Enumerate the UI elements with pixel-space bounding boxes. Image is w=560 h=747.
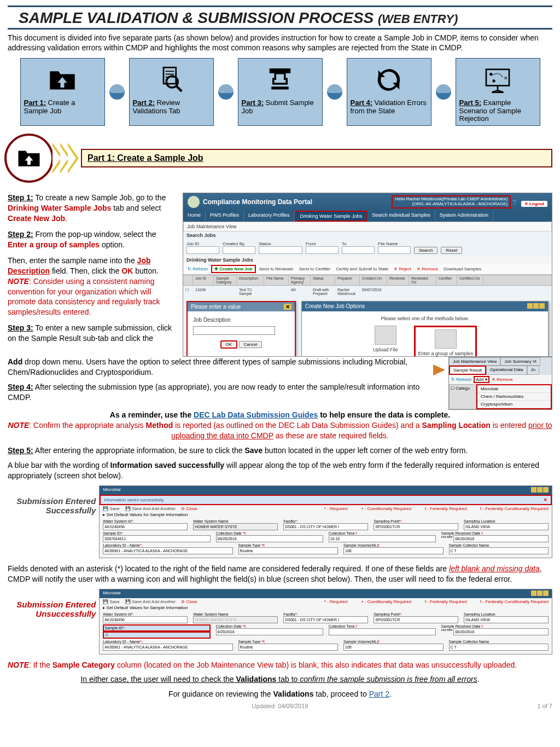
svg-point-15 [492,79,495,82]
cmdp-title: Compliance Monitoring Data Portal [203,198,312,206]
success-label: Submission Entered Successfully [8,485,99,558]
svg-rect-7 [271,87,289,90]
mini-remove[interactable]: ✕ Remove [492,377,513,382]
reminder-para: As a reminder, use the DEC Lab Data Subm… [8,410,552,441]
job-description-label: Job Description [193,317,289,323]
final-note: NOTE: If the Sample Category column (loc… [8,660,552,670]
certify-submit[interactable]: Certify and Submit to State [334,266,390,272]
folder-upload-icon [13,145,45,171]
form-unsuccess-screenshot: Microbial 💾 Save 💾 Save And Add Another … [99,589,552,655]
part2-link[interactable]: Part 2 [369,690,389,698]
enter-group-samples-option[interactable]: Enter a group of samples [414,326,477,357]
save-add-another-button[interactable]: 💾 Save And Add Another [125,506,176,511]
from-input[interactable] [306,246,339,254]
close-icon[interactable]: ✕ [284,304,291,310]
send-certifier[interactable]: Send to Certifier [297,266,333,272]
mini-refresh[interactable]: ↻ Refresh [451,377,471,382]
remove-button[interactable]: ✕ Remove [415,266,440,272]
part-card-3: Part 3: Submit Sample Job [238,58,323,126]
close-button[interactable]: ⊘ Close [181,506,197,511]
subtab-sample-result[interactable]: Sample Result [449,366,486,375]
step-1-para: Step 1: To create a new Sample Job, go t… [8,193,177,224]
created-by-input[interactable] [223,246,255,254]
parts-row: Part 1: Create a Sample Job Part 2: Revi… [8,58,552,126]
cancel-button[interactable]: Cancel [239,341,262,348]
status-input[interactable] [259,246,302,254]
refresh-button[interactable]: ↻ Refresh [185,266,210,272]
arrow-right-icon [433,364,445,375]
job-maintenance-tab: Job Maintenance View [183,222,552,231]
refresh-cycle-icon [374,65,404,95]
section-1-header: Part 1: Create a Sample Job [8,134,552,183]
search-jobs-label: Search Jobs [183,231,552,239]
chevron-arrows [56,143,79,173]
close-info-icon[interactable]: ✕ [544,497,547,502]
defaults-toggle[interactable]: Set Default Values for Sample Informatio… [107,605,188,610]
epa-logo-icon [188,196,200,208]
job-description-dialog: Please enter a value✕ Job Description OK… [186,301,296,357]
jobs-toolbar: ↻ Refresh ✚ Create New Job Send to Revie… [183,264,552,275]
tab-jmv[interactable]: Job Maintenance View [449,357,500,366]
sample-result-screenshot: Job Maintenance ViewJob Summary Vi Sampl… [448,357,552,410]
opt-microbial[interactable]: Microbial [477,385,551,393]
file-name-input[interactable] [378,246,411,254]
send-reviewer[interactable]: Send to Reviewer [257,266,296,272]
save-button[interactable]: 💾 Save [103,599,119,604]
step-dot [436,84,451,100]
upload-file-option[interactable]: Upload File [373,326,398,357]
section-icon-circle [4,134,54,183]
magnify-document-icon [156,65,186,95]
save-button[interactable]: 💾 Save [103,506,119,511]
info-saved-bar: Information saved successfully. [104,497,165,502]
page-title: SAMPLE VALIDATION & SUBMISSION PROCESS (… [8,5,552,30]
ok-button[interactable]: OK [220,340,238,349]
strategy-board-icon: ✕ [482,65,513,95]
opt-crypto[interactable]: Cryptosporidium [477,401,551,408]
reset-button[interactable]: Reset [441,247,462,254]
add-dropdown[interactable]: Add ▾ [474,376,489,383]
tab-jsv[interactable]: Job Summary Vi [500,357,540,366]
subtab-opdata[interactable]: Operational Data [486,366,527,375]
subtab-jo[interactable]: Jo [527,366,539,375]
hello-user: Hello Rachel Westbrook(Private Lab CMDP … [392,195,511,209]
jobs-grid-header: Job IDSample CategoryDescriptionFile Nam… [183,275,552,286]
intro-paragraph: This document is divided into five separ… [8,33,552,53]
step-dot [109,84,125,100]
search-row: Job ID Created By Status From To File Na… [183,239,552,256]
cmdp-screenshot: Compliance Monitoring Data Portal Hello … [183,193,552,357]
to-input[interactable] [342,246,375,254]
reject-button[interactable]: ✕ Reject [392,266,413,272]
step-dot [327,84,342,100]
cmdp-tabs[interactable]: HomePWS ProfilesLaboratory Profiles Drin… [183,211,552,222]
part-card-2: Part 2: Review Validations Tab [129,58,214,126]
jobs-grid-row[interactable]: ☐13436Test TC SampleAKDraft with Prepare… [183,286,552,298]
step-4-para: Step 4: After selecting the submission t… [8,382,430,403]
job-id-input[interactable] [186,246,219,254]
svg-line-5 [176,86,182,92]
close-button[interactable]: ⊘ Close [181,599,197,604]
svg-text:✕: ✕ [504,76,508,81]
unsuccess-label: Submission Entered Unsuccessfully [8,589,99,655]
create-new-job-options-dialog: Create New Job Options Please select one… [301,301,549,357]
step-5-para: Step 5: After entering the appropriate i… [8,445,552,456]
fields-required-para: Fields denoted with an asterisk (*) loca… [8,564,552,584]
opt-chem[interactable]: Chem / Radionuclides [477,393,551,401]
job-description-input[interactable] [193,326,275,335]
download-samples[interactable]: Download Samples [441,266,483,272]
step-2-para: Step 2: From the pop-up window, select t… [8,229,177,250]
save-add-another-button[interactable]: 💾 Save And Add Another [125,599,176,604]
help-icon[interactable]: ? [512,198,517,207]
either-case-para: In either case, the user will need to ch… [8,674,552,685]
defaults-toggle[interactable]: Set Default Values for Sample Informatio… [107,512,188,517]
search-button[interactable]: Search [414,247,438,254]
guidance-para: For guidance on reviewing the Validation… [8,689,552,699]
dec-guides-link[interactable]: DEC Lab Data Submission Guides [194,410,318,419]
dialog-prompt: Please select one of the methods below. [306,316,544,321]
create-new-job-button[interactable]: ✚ Create New Job [211,265,255,273]
part-card-5: ✕ Part 5: Example Scenario of Sample Rej… [456,58,540,126]
bluebar-para: A blue bar with the wording of Informati… [8,460,552,481]
logout-button[interactable]: ✕ Logout [521,201,547,207]
folder-upload-icon [47,65,78,95]
step-3-cont: Add drop down menu. Users have the optio… [8,357,430,378]
submit-stamp-icon [265,65,295,95]
